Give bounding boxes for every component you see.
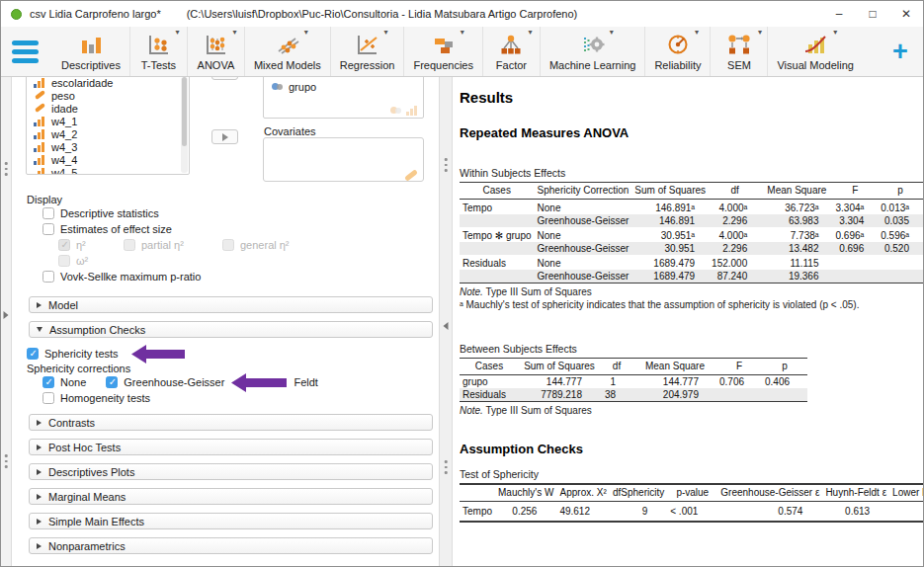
checkbox-descriptive-statistics[interactable]: [42, 207, 54, 219]
collapse-options-panel-icon[interactable]: [444, 322, 449, 330]
column-header: p: [878, 183, 923, 200]
hamburger-menu-icon[interactable]: [1, 27, 52, 76]
section-nonparametrics[interactable]: Nonparametrics: [29, 537, 433, 554]
ribbon-module-anova[interactable]: ▾ ANOVA: [187, 27, 244, 76]
section-marginal-means[interactable]: Marginal Means: [29, 488, 433, 505]
checkbox-vovk-sellke[interactable]: [42, 271, 54, 283]
maximize-button[interactable]: □: [856, 2, 889, 26]
column-header: Mean Square: [761, 183, 832, 200]
checkbox-partial-eta-squared[interactable]: [124, 239, 135, 251]
table-row: Greenhouse-Geisser1689.47987.24019.366: [460, 270, 923, 284]
scrollbar[interactable]: [181, 77, 188, 173]
nominal-variable-icon: [271, 81, 284, 92]
checkbox-label: Estimates of effect size: [60, 223, 172, 235]
ordinal-variable-icon: [34, 167, 46, 175]
variable-item[interactable]: peso: [27, 89, 189, 102]
ribbon-module-t-tests[interactable]: ▾ T-Tests: [129, 27, 187, 76]
collapsed-arrow-icon: [37, 445, 42, 450]
ribbon-module-regression[interactable]: ▾ Regression: [330, 27, 404, 76]
ribbon-module-machine-learning[interactable]: ▾ Machine Learning: [540, 27, 644, 76]
section-model[interactable]: Model: [29, 296, 433, 313]
sem-icon: [725, 33, 753, 56]
expand-data-panel-icon[interactable]: [4, 311, 9, 319]
section-label: Nonparametrics: [48, 540, 126, 552]
drag-handle[interactable]: [5, 162, 8, 176]
checkbox-label: Homogeneity tests: [60, 392, 150, 404]
checkbox-omega-squared[interactable]: [58, 255, 70, 267]
checkbox-correction-greenhouse-geisser[interactable]: [106, 376, 118, 388]
drag-handle[interactable]: [445, 460, 448, 474]
checkbox-correction-none[interactable]: [42, 376, 54, 388]
variable-name: w4_2: [51, 128, 77, 140]
drag-handle[interactable]: [5, 454, 8, 468]
variable-item[interactable]: escolaridade: [27, 77, 189, 89]
table-row: Residuals7789.21838204.979: [460, 388, 807, 402]
column-header: Mauchly's W: [495, 484, 556, 502]
section-label: Post Hoc Tests: [48, 442, 121, 453]
ribbon-module-mixed-models[interactable]: ▾ Mixed Models: [244, 27, 330, 76]
anova-icon: [204, 33, 227, 56]
scrollbar-thumb[interactable]: [182, 77, 187, 146]
data-panel-strip[interactable]: [1, 77, 12, 566]
variable-item[interactable]: w4_3: [27, 140, 189, 153]
annotation-arrow-icon: [131, 344, 185, 364]
checkbox-homogeneity-tests[interactable]: [42, 392, 54, 404]
section-contrasts[interactable]: Contrasts: [29, 414, 433, 431]
chevron-down-icon: ▾: [384, 28, 388, 37]
column-header: Greenhouse-Geisser ε: [717, 484, 822, 502]
ordinal-variable-icon: [34, 128, 46, 139]
column-header: df: [600, 359, 633, 375]
ribbon-module-visual-modeling[interactable]: ▾ Visual Modeling: [767, 27, 862, 76]
scale-variable-icon: [34, 90, 46, 101]
ribbon-module-label: Regression: [340, 59, 395, 71]
column-header: [460, 484, 495, 502]
expanded-arrow-icon: [37, 327, 42, 332]
column-header: dfSphericity: [610, 484, 667, 502]
section-simple-main-effects[interactable]: Simple Main Effects: [29, 513, 433, 529]
table-row: Tempo0.25649.6129< .0010.5740.613: [460, 502, 923, 523]
column-header: Huynh-Feldt ε: [822, 484, 889, 502]
checkbox-general-eta-squared[interactable]: [222, 239, 234, 251]
variable-item[interactable]: w4_2: [27, 127, 189, 140]
variable-item[interactable]: w4_1: [27, 115, 189, 127]
panel-divider[interactable]: [439, 77, 453, 566]
section-post-hoc-tests[interactable]: Post Hoc Tests: [29, 439, 433, 455]
t-tests-icon: [146, 33, 170, 56]
checkbox-effect-size[interactable]: [42, 223, 54, 235]
ribbon-module-reliability[interactable]: ▾ Reliability: [644, 27, 710, 76]
variable-item[interactable]: idade: [27, 102, 189, 115]
minimize-button[interactable]: –: [822, 2, 856, 26]
column-header: Sum of Squares: [631, 183, 709, 200]
checkbox-eta-squared[interactable]: [58, 239, 70, 251]
ribbon-module-sem[interactable]: ▾ SEM: [710, 27, 767, 76]
factor-item[interactable]: grupo: [264, 80, 423, 93]
section-descriptives-plots[interactable]: Descriptives Plots: [29, 463, 433, 480]
table-row: TempoNone146.891ᵃ4.000ᵃ36.723ᵃ3.304ᵃ0.01…: [460, 200, 923, 215]
available-variables-list[interactable]: escolaridadepesoidadew4_1w4_2w4_3w4_4w4_…: [26, 77, 190, 175]
covariates-box[interactable]: [263, 137, 424, 182]
ordinal-allowed-icon: [406, 105, 419, 116]
assign-variable-button[interactable]: [211, 77, 238, 80]
section-label: Model: [48, 299, 78, 311]
variable-name: w4_1: [51, 116, 77, 127]
add-module-button[interactable]: +: [878, 27, 923, 76]
ribbon-module-frequencies[interactable]: ▾ Frequencies: [403, 27, 482, 76]
variable-item[interactable]: w4_5: [27, 166, 189, 175]
checkbox-sphericity-tests[interactable]: [27, 348, 39, 360]
analysis-title[interactable]: Repeated Measures ANOVA: [460, 125, 923, 140]
variable-item[interactable]: w4_4: [27, 153, 189, 166]
ribbon-module-descriptives[interactable]: ▾ Descriptives: [52, 27, 129, 76]
column-header: F: [716, 359, 762, 375]
assumption-checks-title[interactable]: Assumption Checks: [460, 442, 923, 456]
sphericity-corrections-label: Sphericity corrections: [27, 363, 433, 374]
assign-covariate-button[interactable]: [211, 129, 238, 144]
ribbon-module-factor[interactable]: ▾ Factor: [482, 27, 540, 76]
drag-handle[interactable]: [445, 158, 448, 172]
ribbon-module-label: Factor: [496, 59, 527, 71]
checkbox-label: Descriptive statistics: [60, 207, 159, 219]
table-row: Greenhouse-Geisser146.8912.29663.9833.30…: [460, 214, 923, 227]
close-button[interactable]: ✕: [889, 2, 923, 26]
ordinal-variable-icon: [34, 154, 46, 165]
between-subjects-factors-box[interactable]: grupo: [263, 77, 424, 119]
section-assumption-checks[interactable]: Assumption Checks: [29, 321, 433, 338]
